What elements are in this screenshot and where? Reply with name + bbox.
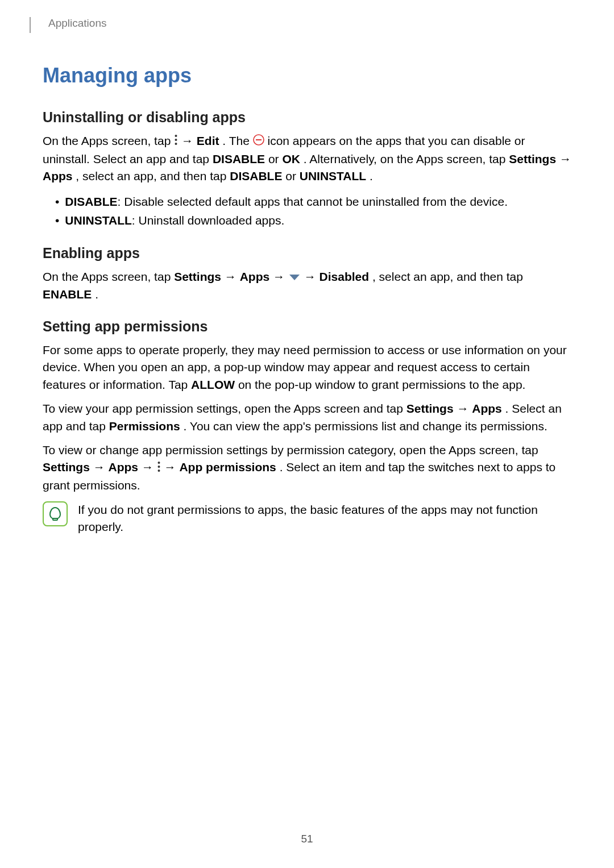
more-options-icon <box>174 133 178 150</box>
permissions-label: Permissions <box>109 420 180 433</box>
bullet-dot: • <box>55 192 59 211</box>
bullet-bold: UNINSTALL <box>65 214 131 227</box>
text: . <box>95 288 98 301</box>
page-title: Managing apps <box>43 64 571 88</box>
text: . <box>370 169 373 182</box>
text: , select an app, and then tap <box>372 270 523 283</box>
list-item: • UNINSTALL: Uninstall downloaded apps. <box>55 211 571 230</box>
more-options-icon <box>157 460 161 477</box>
disable-label-2: DISABLE <box>230 169 282 182</box>
page-number: 51 <box>0 833 614 845</box>
enable-label: ENABLE <box>43 288 92 301</box>
apps-label: Apps <box>240 270 270 283</box>
text: → <box>457 402 472 415</box>
svg-point-8 <box>157 470 160 472</box>
svg-point-7 <box>157 466 160 468</box>
app-permissions-label: App permissions <box>179 460 276 474</box>
svg-point-6 <box>157 462 160 464</box>
settings-label: Settings <box>174 270 221 283</box>
text: . The <box>222 134 252 147</box>
text: → <box>93 460 109 474</box>
note-text: If you do not grant permissions to apps,… <box>78 501 571 536</box>
text: . Alternatively, on the Apps screen, tap <box>304 152 509 165</box>
text: or <box>268 152 283 165</box>
text: or <box>285 169 300 182</box>
note-icon <box>43 501 68 526</box>
settings-label: Settings <box>509 152 556 165</box>
note-callout: If you do not grant permissions to apps,… <box>43 501 571 536</box>
text: , select an app, and then tap <box>76 169 230 182</box>
section-label: Applications <box>48 17 571 30</box>
subhead-uninstall: Uninstalling or disabling apps <box>43 109 571 126</box>
text: → <box>559 152 571 165</box>
text: → <box>164 460 180 474</box>
apps-label: Apps <box>109 460 139 474</box>
svg-point-1 <box>175 139 177 141</box>
svg-rect-9 <box>53 518 57 520</box>
uninstall-label: UNINSTALL <box>300 169 366 182</box>
subhead-enabling: Enabling apps <box>43 245 571 261</box>
bullet-text: : Uninstall downloaded apps. <box>132 214 285 227</box>
text: → <box>225 270 240 283</box>
disable-label: DISABLE <box>213 152 265 165</box>
text: → <box>304 270 320 283</box>
ok-label: OK <box>282 152 300 165</box>
para-perm-2: To view your app permission settings, op… <box>43 400 571 435</box>
para-enabling: On the Apps screen, tap Settings → Apps … <box>43 268 571 304</box>
subhead-permissions: Setting app permissions <box>43 318 571 335</box>
text: → <box>181 134 197 147</box>
text: . You can view the app's permissions lis… <box>184 420 547 433</box>
list-item: • DISABLE: Disable selected default apps… <box>55 192 571 211</box>
text: To view or change app permission setting… <box>43 443 538 456</box>
bullet-text: : Disable selected default apps that can… <box>118 195 508 208</box>
bullet-bold: DISABLE <box>65 195 117 208</box>
text: → <box>142 460 157 474</box>
bullet-dot: • <box>55 211 59 230</box>
svg-point-2 <box>175 143 177 145</box>
text: On the Apps screen, tap <box>43 270 174 283</box>
para-uninstall: On the Apps screen, tap → Edit . The ico… <box>43 132 571 185</box>
allow-label: ALLOW <box>191 378 235 391</box>
text: → <box>273 270 288 283</box>
edit-label: Edit <box>197 134 219 147</box>
settings-label: Settings <box>406 402 454 415</box>
settings-label: Settings <box>43 460 90 474</box>
para-perm-3: To view or change app permission setting… <box>43 442 571 495</box>
svg-marker-5 <box>289 275 300 280</box>
text: on the pop-up window to grant permission… <box>238 378 525 391</box>
bullet-list: • DISABLE: Disable selected default apps… <box>55 192 571 230</box>
apps-label: Apps <box>472 402 502 415</box>
disabled-label: Disabled <box>320 270 370 283</box>
apps-label: Apps <box>43 169 73 182</box>
header-divider <box>30 17 31 33</box>
dropdown-arrow-icon <box>288 269 301 286</box>
remove-badge-icon <box>253 133 264 150</box>
text: On the Apps screen, tap <box>43 134 174 147</box>
para-perm-1: For some apps to operate properly, they … <box>43 342 571 393</box>
svg-point-0 <box>175 135 177 137</box>
text: To view your app permission settings, op… <box>43 402 406 415</box>
